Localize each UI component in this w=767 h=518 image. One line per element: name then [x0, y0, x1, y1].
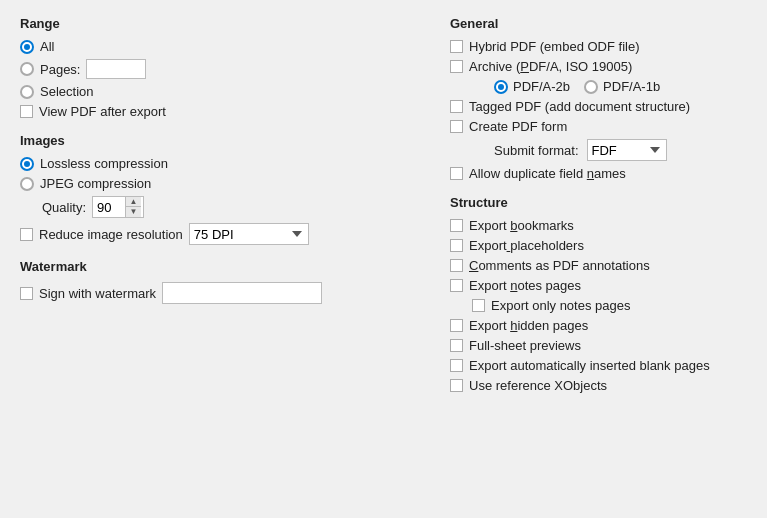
export-placeholders-row: Export placeholders — [450, 238, 747, 253]
range-title: Range — [20, 16, 420, 31]
export-bookmarks-label: Export bookmarks — [469, 218, 574, 233]
lossless-row: Lossless compression — [20, 156, 420, 171]
export-only-notes-row: Export only notes pages — [450, 298, 747, 313]
pdfa-1b-label: PDF/A-1b — [603, 79, 660, 94]
pdfa-2b-label: PDF/A-2b — [513, 79, 570, 94]
quality-down-button[interactable]: ▼ — [125, 207, 141, 217]
reduce-row: Reduce image resolution 75 DPI 150 DPI 3… — [20, 223, 420, 245]
comments-pdf-label: Comments as PDF annotations — [469, 258, 650, 273]
hybrid-pdf-row: Hybrid PDF (embed ODF file) — [450, 39, 747, 54]
use-reference-row: Use reference XObjects — [450, 378, 747, 393]
export-hidden-label: Export hidden pages — [469, 318, 588, 333]
tagged-pdf-label: Tagged PDF (add document structure) — [469, 99, 690, 114]
sign-watermark-checkbox[interactable] — [20, 287, 33, 300]
allow-duplicate-checkbox[interactable] — [450, 167, 463, 180]
watermark-title: Watermark — [20, 259, 420, 274]
use-reference-label: Use reference XObjects — [469, 378, 607, 393]
range-all-label: All — [40, 39, 54, 54]
export-blank-label: Export automatically inserted blank page… — [469, 358, 710, 373]
view-pdf-label: View PDF after export — [39, 104, 166, 119]
images-title: Images — [20, 133, 420, 148]
structure-title: Structure — [450, 195, 747, 210]
range-pages-label: Pages: — [40, 62, 80, 77]
tagged-pdf-row: Tagged PDF (add document structure) — [450, 99, 747, 114]
pdfa-1b-option: PDF/A-1b — [584, 79, 660, 94]
export-blank-row: Export automatically inserted blank page… — [450, 358, 747, 373]
tagged-pdf-checkbox[interactable] — [450, 100, 463, 113]
archive-label: Archive (PDF/A, ISO 19005) — [469, 59, 632, 74]
watermark-section: Watermark Sign with watermark — [20, 259, 420, 304]
export-notes-checkbox[interactable] — [450, 279, 463, 292]
range-section: Range All Pages: Selection View PDF afte… — [20, 16, 420, 119]
allow-duplicate-label: Allow duplicate field names — [469, 166, 626, 181]
pdfa-options-row: PDF/A-2b PDF/A-1b — [450, 79, 747, 94]
pdfa-2b-radio[interactable] — [494, 80, 508, 94]
allow-duplicate-row: Allow duplicate field names — [450, 166, 747, 181]
export-hidden-checkbox[interactable] — [450, 319, 463, 332]
sign-watermark-label: Sign with watermark — [39, 286, 156, 301]
range-pages-radio[interactable] — [20, 62, 34, 76]
export-only-notes-label: Export only notes pages — [491, 298, 630, 313]
export-hidden-row: Export hidden pages — [450, 318, 747, 333]
submit-format-select[interactable]: FDF PDF HTML XML — [587, 139, 667, 161]
reduce-resolution-label: Reduce image resolution — [39, 227, 183, 242]
full-sheet-row: Full-sheet previews — [450, 338, 747, 353]
pdfa-2b-option: PDF/A-2b — [494, 79, 570, 94]
export-only-notes-checkbox[interactable] — [472, 299, 485, 312]
jpeg-radio[interactable] — [20, 177, 34, 191]
archive-checkbox[interactable] — [450, 60, 463, 73]
full-sheet-checkbox[interactable] — [450, 339, 463, 352]
range-all-radio[interactable] — [20, 40, 34, 54]
use-reference-checkbox[interactable] — [450, 379, 463, 392]
sign-watermark-row: Sign with watermark — [20, 282, 420, 304]
quality-row: Quality: ▲ ▼ — [20, 196, 420, 218]
range-pages-input[interactable] — [86, 59, 146, 79]
submit-format-row: Submit format: FDF PDF HTML XML — [450, 139, 747, 161]
range-pages-row: Pages: — [20, 59, 420, 79]
archive-row: Archive (PDF/A, ISO 19005) — [450, 59, 747, 74]
view-pdf-checkbox[interactable] — [20, 105, 33, 118]
submit-format-label: Submit format: — [494, 143, 579, 158]
create-pdf-form-checkbox[interactable] — [450, 120, 463, 133]
export-bookmarks-checkbox[interactable] — [450, 219, 463, 232]
quality-input[interactable] — [93, 200, 125, 215]
quality-up-button[interactable]: ▲ — [125, 197, 141, 207]
full-sheet-label: Full-sheet previews — [469, 338, 581, 353]
jpeg-row: JPEG compression — [20, 176, 420, 191]
export-blank-checkbox[interactable] — [450, 359, 463, 372]
lossless-radio[interactable] — [20, 157, 34, 171]
right-column: General Hybrid PDF (embed ODF file) Arch… — [440, 16, 747, 502]
general-section: General Hybrid PDF (embed ODF file) Arch… — [450, 16, 747, 181]
export-placeholders-checkbox[interactable] — [450, 239, 463, 252]
dpi-select[interactable]: 75 DPI 150 DPI 300 DPI 600 DPI 1200 DPI — [189, 223, 309, 245]
comments-pdf-checkbox[interactable] — [450, 259, 463, 272]
export-bookmarks-row: Export bookmarks — [450, 218, 747, 233]
quality-label: Quality: — [42, 200, 86, 215]
left-column: Range All Pages: Selection View PDF afte… — [20, 16, 440, 502]
export-notes-label: Export notes pages — [469, 278, 581, 293]
hybrid-pdf-checkbox[interactable] — [450, 40, 463, 53]
create-pdf-form-row: Create PDF form — [450, 119, 747, 134]
hybrid-pdf-label: Hybrid PDF (embed ODF file) — [469, 39, 639, 54]
quality-spinner-buttons: ▲ ▼ — [125, 197, 141, 217]
pdfa-1b-radio[interactable] — [584, 80, 598, 94]
quality-spinner: ▲ ▼ — [92, 196, 144, 218]
range-selection-radio[interactable] — [20, 85, 34, 99]
structure-section: Structure Export bookmarks Export placeh… — [450, 195, 747, 393]
range-selection-row: Selection — [20, 84, 420, 99]
export-placeholders-label: Export placeholders — [469, 238, 584, 253]
lossless-label: Lossless compression — [40, 156, 168, 171]
images-section: Images Lossless compression JPEG compres… — [20, 133, 420, 245]
range-selection-label: Selection — [40, 84, 93, 99]
comments-pdf-row: Comments as PDF annotations — [450, 258, 747, 273]
range-all-row: All — [20, 39, 420, 54]
export-notes-row: Export notes pages — [450, 278, 747, 293]
reduce-resolution-checkbox[interactable] — [20, 228, 33, 241]
jpeg-label: JPEG compression — [40, 176, 151, 191]
create-pdf-form-label: Create PDF form — [469, 119, 567, 134]
general-title: General — [450, 16, 747, 31]
watermark-text-input[interactable] — [162, 282, 322, 304]
view-pdf-row: View PDF after export — [20, 104, 420, 119]
